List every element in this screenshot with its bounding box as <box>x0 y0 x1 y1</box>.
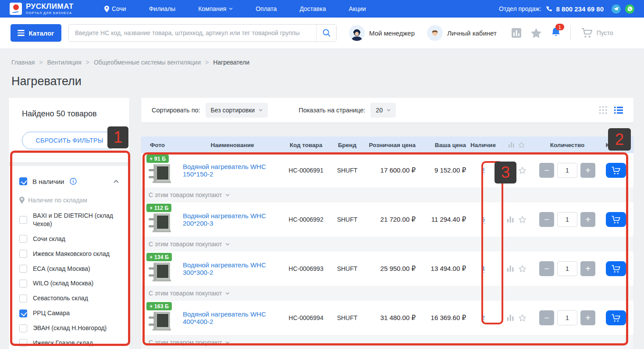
nav-delivery[interactable]: Доставка <box>299 5 326 12</box>
collapse-chevron-up-icon[interactable] <box>114 180 119 183</box>
product-name-link[interactable]: Водяной нагреватель WHC 400*400-2 <box>183 310 282 325</box>
warehouse-checkbox[interactable] <box>19 309 27 317</box>
warehouse-filter-item[interactable]: Ижевск Маяковского склад <box>19 250 119 258</box>
quantity-input[interactable] <box>557 261 577 276</box>
whatsapp-icon[interactable] <box>625 4 634 14</box>
quantity-input[interactable] <box>557 310 577 325</box>
quantity-input[interactable] <box>557 212 577 227</box>
breadcrumb-ventilation[interactable]: Вентиляция <box>47 59 81 66</box>
warehouse-checkbox[interactable] <box>19 324 27 332</box>
my-manager-link[interactable]: Мой менеджер <box>349 25 415 41</box>
grid-view-icon[interactable] <box>599 106 607 114</box>
quantity-decrease-button[interactable]: − <box>539 310 554 325</box>
telegram-icon[interactable] <box>612 4 621 14</box>
logo[interactable]: РУСКЛИМАТ ПОРТАЛ ДЛЯ БИЗНЕСА <box>10 3 74 15</box>
quantity-input[interactable] <box>557 163 577 178</box>
warehouse-checkbox[interactable] <box>19 265 27 273</box>
warehouse-filter-item[interactable]: ЕСА (склад Москва) <box>19 265 119 273</box>
search-input[interactable] <box>69 25 316 41</box>
catalog-button[interactable]: Каталог <box>11 24 61 42</box>
cart-button[interactable]: Пусто <box>581 28 613 38</box>
add-to-cart-button[interactable] <box>606 310 626 325</box>
bonus-badge: + 112 Б <box>146 204 171 212</box>
chevron-down-icon <box>225 341 230 344</box>
warehouse-checkbox[interactable] <box>19 235 27 243</box>
add-to-cart-button[interactable] <box>606 261 626 276</box>
breadcrumb-current: Нагреватели <box>213 59 249 66</box>
availability-link[interactable]: 5 <box>481 216 485 223</box>
product-code: НС-0006993 <box>282 265 330 272</box>
warehouse-filter-item[interactable]: WILO (склад Москва) <box>19 279 119 288</box>
quantity-increase-button[interactable]: + <box>580 212 595 227</box>
compare-column-icon <box>509 142 515 148</box>
warehouse-checkbox[interactable] <box>19 216 27 224</box>
per-page-dropdown[interactable]: 20 <box>370 103 396 118</box>
availability-link[interactable]: 2 <box>481 167 485 174</box>
product-code: НС-0006992 <box>282 216 330 223</box>
nav-branches[interactable]: Филиалы <box>149 5 175 12</box>
compare-product-icon[interactable] <box>507 216 514 223</box>
reset-filters-button[interactable]: СБРОСИТЬ ФИЛЬТРЫ <box>22 132 117 149</box>
add-to-cart-button[interactable] <box>606 163 626 178</box>
breadcrumb-systems[interactable]: Общеобменные системы вентиляции <box>94 59 201 66</box>
list-view-icon[interactable] <box>614 106 623 114</box>
quantity-increase-button[interactable]: + <box>580 163 595 178</box>
search-button[interactable] <box>316 25 336 41</box>
notifications-button[interactable]: 1 <box>551 27 561 39</box>
quantity-increase-button[interactable]: + <box>580 310 595 325</box>
availability-link[interactable]: 2 <box>481 314 485 322</box>
quantity-decrease-button[interactable]: − <box>539 261 554 276</box>
product-image[interactable] <box>147 212 171 236</box>
favorites-icon[interactable] <box>531 28 541 38</box>
warehouse-checkbox[interactable] <box>19 295 27 302</box>
product-name-link[interactable]: Водяной нагреватель WHC 200*200-3 <box>183 212 282 227</box>
warehouse-filter-item[interactable]: ЭВАН (склад Н.Новгород) <box>19 324 119 332</box>
warehouse-label: ЕСА (склад Москва) <box>33 265 90 273</box>
table-header-row: Фото Наименование Код товара Бренд Розни… <box>141 137 633 153</box>
in-stock-filter[interactable]: В наличии <box>19 177 119 185</box>
breadcrumb-home[interactable]: Главная <box>11 59 35 66</box>
warehouse-filter-item[interactable]: BAXI и DE DIETRICH (склад Чехов) <box>19 212 119 228</box>
favorite-product-icon[interactable] <box>519 216 526 223</box>
add-to-cart-button[interactable] <box>606 212 626 227</box>
warehouse-filter-item[interactable]: РРЦ Самара <box>19 309 119 317</box>
warehouse-checkbox[interactable] <box>19 250 27 258</box>
availability-link[interactable]: 4 <box>481 265 485 273</box>
warehouse-filter-item[interactable]: Ижевск Глазов склад <box>19 339 119 347</box>
product-image[interactable] <box>147 261 171 285</box>
product-name-link[interactable]: Водяной нагреватель WHC 150*150-2 <box>183 163 282 178</box>
warehouse-filter-item[interactable]: Севастополь склад <box>19 294 119 302</box>
upsell-expander[interactable]: С этим товаром покупают <box>141 335 633 349</box>
quantity-decrease-button[interactable]: − <box>539 212 554 227</box>
compare-icon[interactable] <box>512 28 521 38</box>
upsell-expander[interactable]: С этим товаром покупают <box>141 187 633 202</box>
quantity-decrease-button[interactable]: − <box>539 163 554 178</box>
product-name-link[interactable]: Водяной нагреватель WHC 300*300-2 <box>183 261 282 276</box>
personal-account-link[interactable]: Личный кабинет <box>427 25 497 41</box>
warehouse-checkbox[interactable] <box>19 339 27 347</box>
favorite-product-icon[interactable] <box>519 314 526 321</box>
warehouse-filter-item[interactable]: Сочи склад <box>19 235 119 243</box>
city-selector[interactable]: Сочи <box>104 5 126 12</box>
page-title: Нагреватели <box>11 75 633 88</box>
sales-phone[interactable]: 8 800 234 69 80 <box>556 5 604 13</box>
compare-product-icon[interactable] <box>507 167 514 173</box>
sort-dropdown[interactable]: Без сортировки <box>206 103 268 118</box>
bonus-badge: + 91 Б <box>146 155 169 163</box>
product-image[interactable] <box>147 310 171 334</box>
upsell-expander[interactable]: С этим товаром покупают <box>141 237 633 252</box>
compare-product-icon[interactable] <box>507 266 514 272</box>
warehouse-checkbox[interactable] <box>19 280 27 288</box>
upsell-expander[interactable]: С этим товаром покупают <box>141 286 633 301</box>
in-stock-checkbox[interactable] <box>19 177 27 185</box>
product-image[interactable] <box>147 163 171 187</box>
favorite-product-icon[interactable] <box>519 265 526 272</box>
found-count: Найдено 50 товаров <box>22 109 116 119</box>
quantity-increase-button[interactable]: + <box>580 261 595 276</box>
nav-promotions[interactable]: Акции <box>349 5 366 12</box>
info-icon[interactable] <box>70 178 77 185</box>
nav-payment[interactable]: Оплата <box>256 5 277 12</box>
nav-company[interactable]: Компания <box>198 5 233 12</box>
compare-product-icon[interactable] <box>507 315 514 321</box>
favorite-product-icon[interactable] <box>519 167 526 174</box>
